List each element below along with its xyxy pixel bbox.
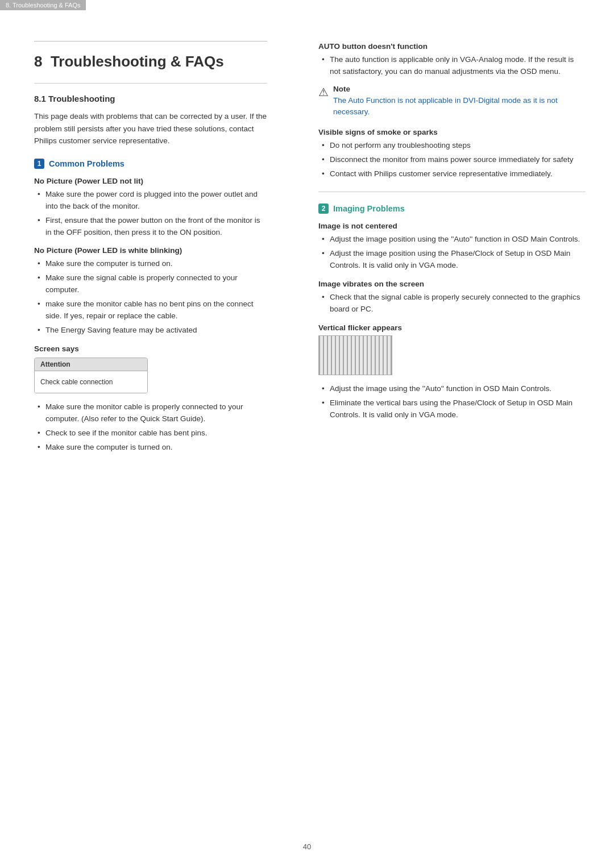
chapter-divider (34, 83, 267, 84)
list-item: Do not perform any troubleshooting steps (321, 140, 586, 152)
screen-says-label: Screen says (34, 344, 267, 353)
image-not-centered-list: Adjust the image position using the ''Au… (318, 234, 586, 272)
attention-header: Attention (35, 358, 147, 371)
image-not-centered-heading: Image is not centered (318, 222, 586, 230)
vertical-flicker-heading: Vertical flicker appears (318, 323, 586, 332)
attention-body: Check cable connection (35, 371, 147, 393)
vertical-flicker-image (318, 335, 392, 375)
imaging-problems-badge: 2 (318, 203, 329, 214)
list-item: The Energy Saving feature may be activat… (36, 325, 267, 337)
image-vibrates-list: Check that the signal cable is properly … (318, 292, 586, 315)
list-item: Adjust the image position using the Phas… (321, 248, 586, 272)
visible-smoke-heading: Visible signs of smoke or sparks (318, 128, 586, 136)
screen-says-list: Make sure the monitor cable is properly … (34, 401, 267, 454)
list-item: Check that the signal cable is properly … (321, 292, 586, 315)
sub-heading-power-led-blinking: No Picture (Power LED is white blinking) (34, 246, 267, 255)
power-led-blinking-list: Make sure the computer is turned on. Mak… (34, 258, 267, 337)
section-8-1-title: 8.1 Troubleshooting (34, 94, 267, 103)
left-column: 8 Troubleshooting & FAQs 8.1 Troubleshoo… (0, 17, 290, 868)
list-item: Eliminate the vertical bars using the Ph… (321, 397, 586, 421)
page-tab: 8. Troubleshooting & FAQs (0, 0, 86, 10)
image-vibrates-heading: Image vibrates on the screen (318, 280, 586, 288)
note-content: Note The Auto Function is not applicable… (333, 85, 586, 118)
common-problems-badge: 1 (34, 159, 44, 169)
note-title: Note (333, 85, 586, 93)
imaging-problems-label: Imaging Problems (333, 204, 405, 213)
note-icon: ⚠ (318, 85, 329, 99)
sub-heading-power-led-not-lit: No Picture (Power LED not lit) (34, 177, 267, 185)
page-number: 40 (303, 842, 311, 851)
common-problems-label: Common Problems (49, 159, 125, 168)
list-item: Make sure the monitor cable is properly … (36, 401, 267, 425)
attention-box: Attention Check cable connection (34, 358, 148, 393)
vertical-flicker-list: Adjust the image using the ''Auto'' func… (318, 383, 586, 421)
list-item: Make sure the power cord is plugged into… (36, 189, 267, 213)
imaging-problems-header: 2 Imaging Problems (318, 203, 586, 214)
section-intro: This page deals with problems that can b… (34, 110, 267, 147)
mid-divider (318, 192, 586, 192)
auto-button-list: The auto function is applicable only in … (318, 54, 586, 78)
list-item: The auto function is applicable only in … (321, 54, 586, 78)
list-item: make sure the monitor cable has no bent … (36, 298, 267, 322)
visible-smoke-list: Do not perform any troubleshooting steps… (318, 140, 586, 180)
auto-button-heading: AUTO button doesn't function (318, 42, 586, 51)
list-item: Make sure the computer is turned on. (36, 258, 267, 270)
common-problems-header: 1 Common Problems (34, 159, 267, 169)
list-item: Disconnect the monitor from mains power … (321, 154, 586, 166)
list-item: First, ensure that the power button on t… (36, 215, 267, 239)
list-item: Contact with Philips customer service re… (321, 168, 586, 180)
note-box: ⚠ Note The Auto Function is not applicab… (318, 85, 586, 118)
flicker-lines-visual (319, 336, 392, 375)
list-item: Check to see if the monitor cable has be… (36, 427, 267, 439)
note-text: The Auto Function is not applicable in D… (333, 95, 586, 118)
right-column: AUTO button doesn't function The auto fu… (290, 17, 614, 868)
list-item: Make sure the computer is turned on. (36, 442, 267, 454)
chapter-title: 8 Troubleshooting & FAQs (34, 53, 267, 70)
list-item: Make sure the signal cable is properly c… (36, 272, 267, 296)
list-item: Adjust the image position using the ''Au… (321, 234, 586, 246)
list-item: Adjust the image using the ''Auto'' func… (321, 383, 586, 395)
top-divider (34, 41, 267, 41)
power-led-not-lit-list: Make sure the power cord is plugged into… (34, 189, 267, 239)
